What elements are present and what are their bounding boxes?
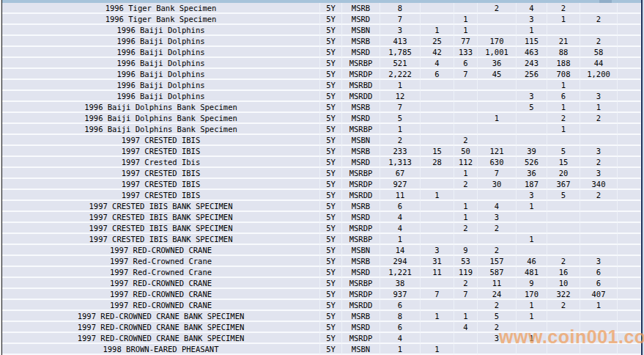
value-cell[interactable] [580, 333, 618, 344]
name-cell[interactable]: 1997 CRESTED IBIS [2, 190, 320, 201]
value-cell[interactable]: 44 [580, 58, 618, 69]
period-cell[interactable]: 5Y [320, 69, 342, 80]
value-cell[interactable]: 937 [380, 289, 421, 300]
value-cell[interactable] [478, 135, 517, 146]
period-cell[interactable]: 5Y [320, 201, 342, 212]
name-cell[interactable]: 1997 RED-CROWNED CRANE [2, 300, 320, 311]
value-cell[interactable] [547, 322, 580, 333]
value-cell[interactable]: 6 [454, 58, 478, 69]
name-cell[interactable]: 1996 Tiger Bank Specimen [2, 3, 320, 14]
grade-cell[interactable]: MSBN [342, 25, 380, 36]
value-cell[interactable] [421, 124, 454, 135]
grade-cell[interactable]: MSRBP [342, 168, 380, 179]
period-cell[interactable]: 5Y [320, 113, 342, 124]
value-cell[interactable]: 6 [380, 201, 421, 212]
grade-cell[interactable]: MSRD [342, 113, 380, 124]
value-cell[interactable] [547, 234, 580, 245]
empty-cell[interactable] [618, 80, 641, 91]
grade-cell[interactable]: MSRB [342, 102, 380, 113]
value-cell[interactable]: 2 [580, 113, 618, 124]
value-cell[interactable]: 3 [478, 212, 517, 223]
value-cell[interactable] [454, 102, 478, 113]
value-cell[interactable]: 58 [580, 47, 618, 58]
value-cell[interactable]: 2 [454, 135, 478, 146]
value-cell[interactable] [421, 113, 454, 124]
value-cell[interactable] [547, 135, 580, 146]
value-cell[interactable]: 2 [478, 223, 517, 234]
period-cell[interactable]: 5Y [320, 245, 342, 256]
value-cell[interactable] [478, 80, 517, 91]
value-cell[interactable] [454, 124, 478, 135]
value-cell[interactable] [517, 135, 547, 146]
value-cell[interactable] [421, 333, 454, 344]
value-cell[interactable]: 3 [478, 333, 517, 344]
value-cell[interactable]: 1 [580, 102, 618, 113]
empty-cell[interactable] [618, 25, 641, 36]
grade-cell[interactable]: MSRBP [342, 234, 380, 245]
empty-cell[interactable] [618, 289, 641, 300]
value-cell[interactable]: 7 [478, 168, 517, 179]
period-cell[interactable]: 5Y [320, 168, 342, 179]
value-cell[interactable]: 157 [478, 256, 517, 267]
value-cell[interactable]: 1 [517, 300, 547, 311]
value-cell[interactable]: 243 [517, 58, 547, 69]
period-cell[interactable]: 5Y [320, 14, 342, 25]
grade-cell[interactable]: MSRBP [342, 58, 380, 69]
empty-cell[interactable] [618, 245, 641, 256]
empty-cell[interactable] [618, 267, 641, 278]
value-cell[interactable]: 25 [421, 36, 454, 47]
value-cell[interactable]: 7 [380, 102, 421, 113]
value-cell[interactable]: 88 [547, 47, 580, 58]
name-cell[interactable]: 1997 CRESTED IBIS BANK SPECIMEN [2, 234, 320, 245]
grade-cell[interactable]: MSBN [342, 344, 380, 355]
value-cell[interactable]: 9 [517, 278, 547, 289]
empty-cell[interactable] [618, 102, 641, 113]
value-cell[interactable]: 8 [380, 3, 421, 14]
value-cell[interactable]: 526 [517, 157, 547, 168]
value-cell[interactable] [580, 245, 618, 256]
empty-cell[interactable] [618, 212, 641, 223]
empty-cell[interactable] [618, 322, 641, 333]
period-cell[interactable]: 5Y [320, 36, 342, 47]
name-cell[interactable]: 1996 Baiji Dolphins [2, 25, 320, 36]
value-cell[interactable] [421, 212, 454, 223]
name-cell[interactable]: 1997 Red-Crowned Crane [2, 256, 320, 267]
value-cell[interactable] [421, 3, 454, 14]
value-cell[interactable] [478, 25, 517, 36]
period-cell[interactable]: 5Y [320, 300, 342, 311]
grade-cell[interactable]: MSBN [342, 245, 380, 256]
value-cell[interactable]: 67 [380, 168, 421, 179]
value-cell[interactable]: 7 [421, 289, 454, 300]
value-cell[interactable]: 2 [478, 3, 517, 14]
value-cell[interactable]: 28 [421, 157, 454, 168]
value-cell[interactable] [421, 14, 454, 25]
value-cell[interactable] [580, 344, 618, 355]
value-cell[interactable] [421, 223, 454, 234]
value-cell[interactable]: 407 [580, 289, 618, 300]
value-cell[interactable]: 5 [547, 146, 580, 157]
value-cell[interactable]: 1 [517, 201, 547, 212]
value-cell[interactable]: 2 [547, 300, 580, 311]
value-cell[interactable]: 5 [547, 190, 580, 201]
period-cell[interactable]: 5Y [320, 311, 342, 322]
value-cell[interactable] [454, 333, 478, 344]
value-cell[interactable]: 1 [421, 25, 454, 36]
value-cell[interactable]: 2 [380, 135, 421, 146]
value-cell[interactable] [421, 135, 454, 146]
value-cell[interactable]: 1 [478, 113, 517, 124]
value-cell[interactable] [478, 344, 517, 355]
name-cell[interactable]: 1996 Baiji Dolphins [2, 80, 320, 91]
value-cell[interactable] [421, 168, 454, 179]
value-cell[interactable]: 1,200 [580, 69, 618, 80]
value-cell[interactable] [421, 234, 454, 245]
value-cell[interactable] [580, 234, 618, 245]
period-cell[interactable]: 5Y [320, 212, 342, 223]
value-cell[interactable]: 2 [580, 190, 618, 201]
value-cell[interactable] [421, 102, 454, 113]
value-cell[interactable]: 1 [517, 234, 547, 245]
value-cell[interactable]: 1 [454, 14, 478, 25]
value-cell[interactable]: 2,222 [380, 69, 421, 80]
empty-cell[interactable] [618, 113, 641, 124]
value-cell[interactable] [421, 300, 454, 311]
value-cell[interactable]: 1 [547, 124, 580, 135]
